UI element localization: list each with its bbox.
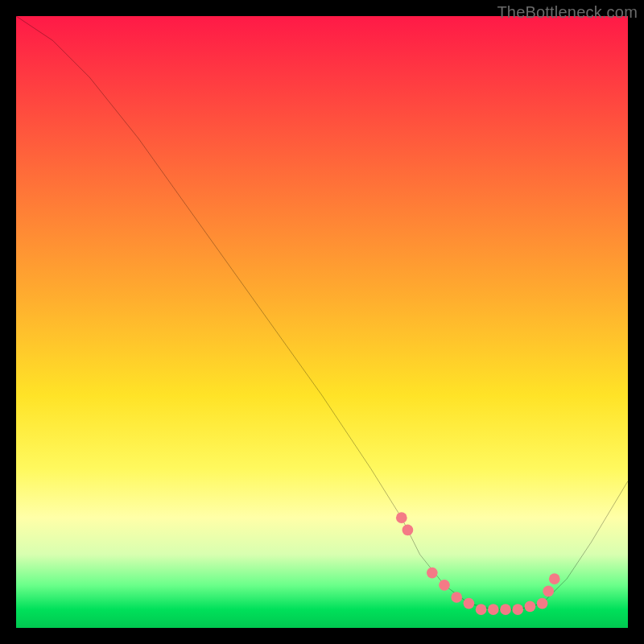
marker-dot <box>396 512 407 523</box>
marker-dot <box>488 604 499 615</box>
marker-dot <box>464 598 475 609</box>
plot-area <box>16 16 628 628</box>
marker-dot <box>500 604 511 615</box>
marker-dot <box>543 586 554 597</box>
curve-line <box>16 16 628 609</box>
marker-dot <box>402 525 414 536</box>
marker-dot <box>512 604 523 615</box>
chart-svg <box>16 16 628 628</box>
marker-dot <box>549 573 560 584</box>
marker-dot <box>451 592 462 603</box>
marker-dot <box>476 604 487 615</box>
marker-dot <box>427 568 438 579</box>
marker-dot <box>537 598 548 609</box>
marker-dot <box>439 580 450 591</box>
chart-stage: TheBottleneck.com <box>0 0 644 644</box>
highlight-markers <box>396 512 560 615</box>
watermark-text: TheBottleneck.com <box>497 3 638 22</box>
marker-dot <box>525 601 536 613</box>
bottleneck-curve <box>16 16 628 609</box>
